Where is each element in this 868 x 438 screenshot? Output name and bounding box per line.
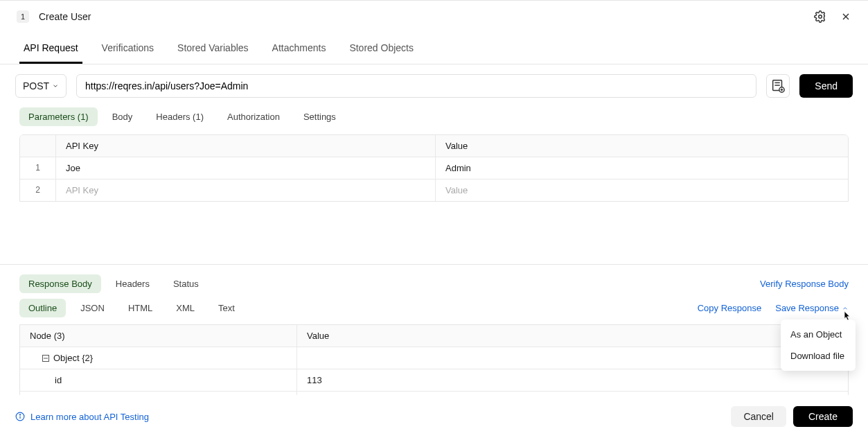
save-response-menu: As an Object Download file <box>781 319 856 371</box>
collapse-icon <box>42 355 49 362</box>
pill-authorization[interactable]: Authorization <box>218 107 289 126</box>
col-num-header <box>20 135 56 157</box>
svg-point-13 <box>19 414 20 415</box>
tree-id-value: 113 <box>297 369 848 391</box>
tab-api-request[interactable]: API Request <box>19 34 82 64</box>
tab-stored-objects[interactable]: Stored Objects <box>345 34 418 64</box>
url-input[interactable] <box>76 74 756 98</box>
method-value: POST <box>23 80 49 91</box>
tree-value-header: Value <box>297 325 848 347</box>
svg-point-0 <box>819 15 822 19</box>
col-key-header: API Key <box>56 135 436 157</box>
col-value-header: Value <box>436 135 848 157</box>
pill-text[interactable]: Text <box>209 299 244 317</box>
menu-as-object[interactable]: As an Object <box>781 324 856 345</box>
titlebar: 1 Create User <box>0 0 868 30</box>
create-button[interactable]: Create <box>793 406 853 427</box>
params-table: API Key Value 1 Joe Admin 2 API Key Valu… <box>19 134 849 202</box>
pill-response-body[interactable]: Response Body <box>19 274 101 293</box>
add-note-icon[interactable] <box>766 74 790 98</box>
gear-icon[interactable] <box>814 10 826 23</box>
param-value-placeholder[interactable]: Value <box>436 179 848 201</box>
method-select[interactable]: POST <box>15 74 67 98</box>
pill-settings[interactable]: Settings <box>294 107 345 126</box>
pill-xml[interactable]: XML <box>167 299 204 317</box>
row-number: 1 <box>20 157 56 179</box>
cancel-button[interactable]: Cancel <box>731 406 786 427</box>
param-key-cell[interactable]: Joe <box>56 157 436 179</box>
copy-response-link[interactable]: Copy Response <box>698 303 762 313</box>
tree-node-value <box>297 347 848 369</box>
learn-more-link[interactable]: Learn more about API Testing <box>15 412 149 422</box>
pill-json[interactable]: JSON <box>71 299 114 317</box>
pill-outline[interactable]: Outline <box>19 299 66 317</box>
request-row: POST Send <box>0 64 868 107</box>
pill-parameters[interactable]: Parameters (1) <box>19 107 98 126</box>
pill-response-headers[interactable]: Headers <box>107 274 159 293</box>
tab-attachments[interactable]: Attachments <box>268 34 330 64</box>
tree-id-node[interactable]: id <box>20 369 297 391</box>
save-response-label: Save Response <box>775 303 839 313</box>
step-badge: 1 <box>17 10 29 23</box>
param-value-cell[interactable]: Admin <box>436 157 848 179</box>
top-tabs: API Request Verifications Stored Variabl… <box>0 34 868 64</box>
row-number: 2 <box>20 179 56 201</box>
param-tabs: Parameters (1) Body Headers (1) Authoriz… <box>0 107 868 134</box>
send-button[interactable]: Send <box>799 74 853 98</box>
info-icon <box>15 412 25 421</box>
verify-response-link[interactable]: Verify Response Body <box>760 279 849 289</box>
tree-node-label: Object {2} <box>53 353 93 363</box>
page-title: Create User <box>39 11 91 22</box>
menu-download-file[interactable]: Download file <box>781 345 856 367</box>
pill-response-status[interactable]: Status <box>164 274 208 293</box>
pill-headers[interactable]: Headers (1) <box>147 107 213 126</box>
tree-node-header: Node (3) <box>20 325 297 347</box>
footer: Learn more about API Testing Cancel Crea… <box>0 395 868 438</box>
chevron-down-icon <box>52 82 59 89</box>
tab-verifications[interactable]: Verifications <box>98 34 158 64</box>
param-key-placeholder[interactable]: API Key <box>56 179 436 201</box>
chevron-up-icon <box>842 305 849 312</box>
save-response-link[interactable]: Save Response <box>775 303 849 313</box>
tab-stored-variables[interactable]: Stored Variables <box>173 34 252 64</box>
pill-body[interactable]: Body <box>103 107 142 126</box>
close-icon[interactable] <box>840 11 851 22</box>
learn-more-label: Learn more about API Testing <box>30 412 149 422</box>
tree-object-node[interactable]: Object {2} <box>20 347 297 369</box>
pill-html[interactable]: HTML <box>119 299 161 317</box>
